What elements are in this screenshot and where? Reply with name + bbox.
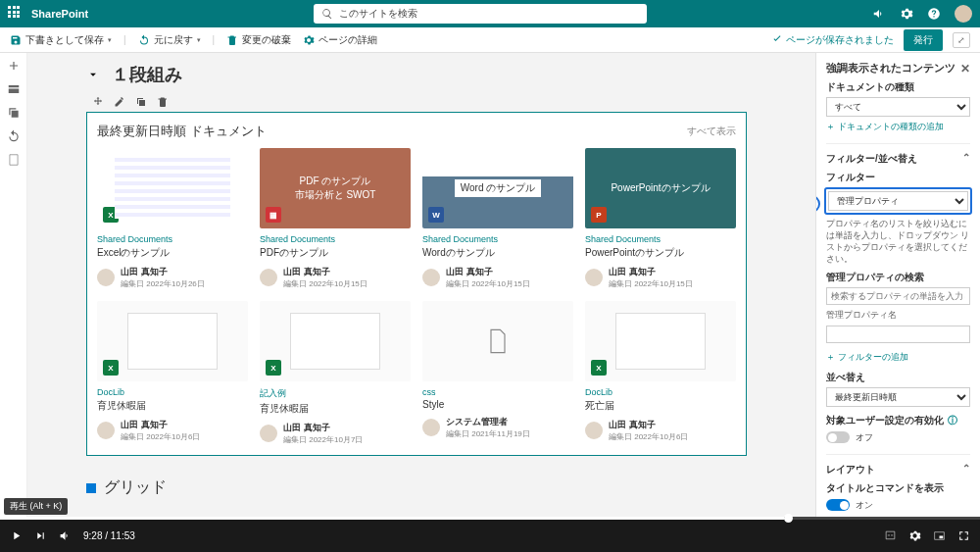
highlighted-content-webpart[interactable]: 最終更新日時順 ドキュメント すべて表示 XShared DocumentsEx… bbox=[86, 112, 747, 456]
mp-search-input[interactable] bbox=[826, 287, 970, 305]
duplicate-icon[interactable] bbox=[135, 96, 147, 108]
app-launcher-icon[interactable] bbox=[8, 6, 24, 22]
document-card[interactable]: XShared DocumentsExcelのサンプル山田 真知子編集日 202… bbox=[97, 148, 248, 289]
card-author: 山田 真知子 bbox=[121, 266, 205, 278]
filter-label: フィルター bbox=[826, 172, 970, 184]
section-icon[interactable] bbox=[7, 82, 21, 96]
discard-button[interactable]: 変更の破棄 bbox=[226, 33, 291, 47]
webpart-title: 最終更新日時順 ドキュメント bbox=[97, 123, 267, 140]
settings-icon[interactable] bbox=[900, 7, 913, 21]
canvas: １段組み 最終更新日時順 ドキュメント すべて表示 XShared Docume… bbox=[27, 53, 815, 517]
author-avatar bbox=[585, 269, 603, 286]
search-box[interactable]: このサイトを検索 bbox=[314, 4, 647, 24]
search-icon bbox=[321, 8, 333, 20]
author-avatar bbox=[585, 422, 603, 439]
card-library: Shared Documents bbox=[260, 234, 411, 244]
expand-icon[interactable]: ⤢ bbox=[953, 32, 970, 48]
card-thumbnail: Word のサンプルW bbox=[422, 148, 573, 228]
captions-icon[interactable] bbox=[884, 529, 897, 542]
filter-sort-section[interactable]: フィルター/並べ替え⌃ bbox=[826, 143, 970, 166]
card-title: Style bbox=[422, 399, 573, 410]
mp-search-label: 管理プロパティの検索 bbox=[826, 272, 970, 284]
card-library: 記入例 bbox=[260, 387, 411, 400]
edit-icon[interactable] bbox=[114, 96, 125, 108]
bullet-icon bbox=[86, 483, 96, 493]
next-icon[interactable] bbox=[34, 529, 47, 542]
targeting-label: 対象ユーザー設定の有効化 bbox=[826, 415, 944, 427]
video-controls: 9:28 / 11:53 bbox=[0, 517, 980, 552]
add-filter-link[interactable]: ＋ フィルターの追加 bbox=[826, 351, 908, 364]
card-title: PowerPointのサンプル bbox=[585, 246, 736, 260]
megaphone-icon[interactable] bbox=[872, 7, 886, 21]
card-date: 編集日 2022年10月7日 bbox=[283, 434, 363, 445]
card-library: css bbox=[422, 387, 573, 397]
undo-button[interactable]: 元に戻す▾ bbox=[138, 33, 201, 47]
author-avatar bbox=[97, 422, 115, 439]
user-avatar[interactable] bbox=[955, 5, 972, 23]
sort-select[interactable]: 最終更新日時順 bbox=[826, 387, 970, 407]
document-card[interactable]: PDF のサンプル市場分析と SWOT▦Shared DocumentsPDFの… bbox=[260, 148, 411, 289]
document-card[interactable]: cssStyleシステム管理者編集日 2021年11月19日 bbox=[422, 301, 573, 445]
video-time: 9:28 / 11:53 bbox=[83, 530, 135, 541]
excel-icon: X bbox=[266, 360, 281, 376]
save-draft-button[interactable]: 下書きとして保存▾ bbox=[10, 33, 112, 47]
targeting-toggle[interactable] bbox=[826, 431, 850, 443]
help-icon[interactable] bbox=[927, 7, 941, 21]
card-author: 山田 真知子 bbox=[609, 266, 693, 278]
see-all-link[interactable]: すべて表示 bbox=[687, 125, 736, 138]
publish-button[interactable]: 発行 bbox=[904, 29, 943, 51]
chevron-down-icon[interactable] bbox=[86, 68, 100, 81]
document-card[interactable]: PowerPointのサンプルPShared DocumentsPowerPoi… bbox=[585, 148, 736, 289]
panel-title: 強調表示されたコンテンツ bbox=[826, 61, 956, 75]
page-details-button[interactable]: ページの詳細 bbox=[303, 33, 377, 47]
card-date: 編集日 2022年10月15日 bbox=[609, 278, 693, 289]
card-date: 編集日 2022年10月15日 bbox=[283, 278, 368, 289]
document-card[interactable]: Word のサンプルWShared DocumentsWordのサンプル山田 真… bbox=[422, 148, 573, 289]
mp-name-input[interactable] bbox=[826, 326, 970, 343]
add-icon[interactable] bbox=[7, 59, 21, 73]
volume-icon[interactable] bbox=[59, 529, 72, 542]
excel-icon: X bbox=[103, 207, 119, 223]
show-title-label: タイトルとコマンドを表示 bbox=[826, 482, 970, 495]
close-icon[interactable]: ✕ bbox=[960, 62, 970, 75]
card-title: 死亡届 bbox=[585, 399, 736, 413]
mp-name-label: 管理プロパティ名 bbox=[826, 309, 970, 322]
info-icon[interactable]: ⓘ bbox=[948, 415, 957, 427]
card-author: 山田 真知子 bbox=[446, 266, 530, 278]
card-date: 編集日 2022年10月6日 bbox=[609, 431, 688, 442]
card-date: 編集日 2022年10月26日 bbox=[121, 278, 205, 289]
playback-hint: 再生 (Alt + K) bbox=[4, 498, 68, 515]
file-icon bbox=[484, 327, 512, 355]
doc-type-select[interactable]: すべて bbox=[826, 97, 970, 117]
settings-video-icon[interactable] bbox=[908, 529, 921, 542]
move-icon[interactable] bbox=[92, 96, 104, 108]
show-title-toggle[interactable] bbox=[826, 499, 850, 511]
undo-rail-icon[interactable] bbox=[7, 129, 21, 143]
copy-icon[interactable] bbox=[7, 106, 21, 120]
document-card[interactable]: XDocLib死亡届山田 真知子編集日 2022年10月6日 bbox=[585, 301, 736, 445]
play-icon[interactable] bbox=[10, 529, 23, 542]
layout-section[interactable]: レイアウト⌃ bbox=[826, 454, 970, 477]
card-library: Shared Documents bbox=[422, 234, 573, 244]
more-icon[interactable] bbox=[7, 153, 21, 167]
excel-icon: X bbox=[591, 360, 607, 376]
card-author: 山田 真知子 bbox=[283, 266, 368, 278]
card-title: 育児休暇届 bbox=[97, 399, 248, 413]
card-thumbnail bbox=[422, 301, 573, 381]
doc-type-label: ドキュメントの種類 bbox=[826, 81, 970, 94]
targeting-state: オフ bbox=[856, 431, 873, 444]
pip-icon[interactable] bbox=[933, 529, 946, 542]
card-thumbnail: PowerPointのサンプルP bbox=[585, 148, 736, 228]
app-title: SharePoint bbox=[31, 8, 88, 20]
document-card[interactable]: XDocLib育児休暇届山田 真知子編集日 2022年10月6日 bbox=[97, 301, 248, 445]
fullscreen-icon[interactable] bbox=[957, 529, 970, 542]
delete-icon[interactable] bbox=[157, 96, 169, 108]
card-title: Wordのサンプル bbox=[422, 246, 573, 260]
document-card[interactable]: X記入例育児休暇届山田 真知子編集日 2022年10月7日 bbox=[260, 301, 411, 445]
add-doc-type-link[interactable]: ＋ ドキュメントの種類の追加 bbox=[826, 121, 944, 133]
card-author: システム管理者 bbox=[446, 416, 530, 428]
video-progress[interactable] bbox=[0, 517, 980, 520]
card-author: 山田 真知子 bbox=[121, 419, 200, 431]
author-avatar bbox=[97, 269, 115, 286]
filter-select[interactable]: 管理プロパティ bbox=[828, 191, 968, 211]
